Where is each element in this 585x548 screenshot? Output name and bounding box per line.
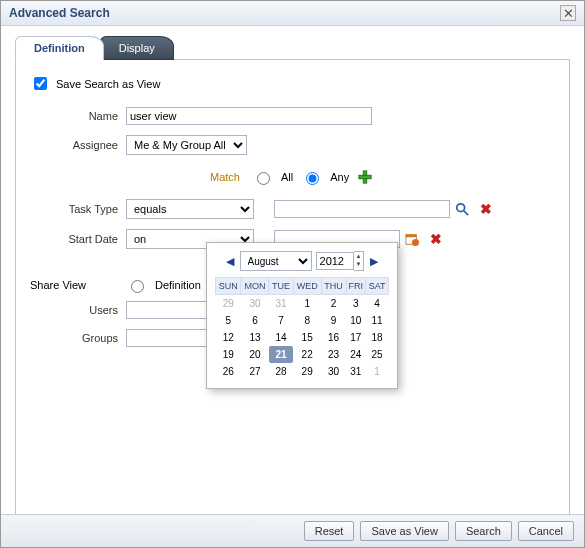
calendar-day-cell[interactable]: 9 bbox=[321, 312, 346, 329]
calendar-day-cell[interactable]: 31 bbox=[346, 363, 366, 380]
calendar-dow-cell: THU bbox=[321, 278, 346, 295]
calendar-day-cell[interactable]: 27 bbox=[241, 363, 269, 380]
share-definition-radio[interactable] bbox=[131, 280, 144, 293]
calendar-day-cell[interactable]: 29 bbox=[216, 295, 241, 313]
calendar-day-cell[interactable]: 30 bbox=[241, 295, 269, 313]
next-month-button[interactable]: ▶ bbox=[368, 255, 380, 267]
calendar-day-cell[interactable]: 21 bbox=[269, 346, 293, 363]
dialog-title: Advanced Search bbox=[9, 6, 110, 20]
calendar-day-cell[interactable]: 8 bbox=[293, 312, 321, 329]
month-select[interactable]: August bbox=[240, 251, 312, 271]
share-definition-label: Definition bbox=[155, 279, 201, 291]
task-type-value-input[interactable] bbox=[274, 200, 450, 218]
calendar-day-cell[interactable]: 19 bbox=[216, 346, 241, 363]
date-picker-popup: ◀ August ▲ ▼ ▶ SUNMONTUEWEDTHUFRISAT 293… bbox=[206, 242, 398, 389]
match-any-radio[interactable] bbox=[306, 172, 319, 185]
calendar-day-cell[interactable]: 29 bbox=[293, 363, 321, 380]
name-input[interactable] bbox=[126, 107, 372, 125]
svg-point-2 bbox=[457, 204, 465, 212]
task-type-lookup-button[interactable] bbox=[454, 201, 470, 217]
calendar-day-cell[interactable]: 17 bbox=[346, 329, 366, 346]
groups-label: Groups bbox=[30, 332, 118, 344]
calendar-dow-cell: SAT bbox=[366, 278, 389, 295]
tab-definition[interactable]: Definition bbox=[15, 36, 104, 60]
reset-button[interactable]: Reset bbox=[304, 521, 355, 541]
calendar-day-cell[interactable]: 23 bbox=[321, 346, 346, 363]
calendar-day-cell[interactable]: 18 bbox=[366, 329, 389, 346]
match-all-label: All bbox=[281, 171, 293, 183]
close-button[interactable]: ✕ bbox=[560, 5, 576, 21]
calendar-day-cell[interactable]: 5 bbox=[216, 312, 241, 329]
definition-panel: Save Search as View Name Assignee Me & M… bbox=[15, 59, 570, 515]
search-button[interactable]: Search bbox=[455, 521, 512, 541]
tab-strip: Definition Display bbox=[1, 26, 584, 60]
calendar-day-cell[interactable]: 22 bbox=[293, 346, 321, 363]
chevron-left-icon: ◀ bbox=[226, 255, 234, 268]
match-all-radio[interactable] bbox=[257, 172, 270, 185]
calendar-dow-cell: MON bbox=[241, 278, 269, 295]
calendar-day-cell[interactable]: 4 bbox=[366, 295, 389, 313]
criterion-field-label: Task Type bbox=[30, 203, 118, 215]
calendar-day-cell[interactable]: 11 bbox=[366, 312, 389, 329]
calendar-week-row: 2627282930311 bbox=[216, 363, 389, 380]
spinner-down-icon: ▼ bbox=[354, 260, 364, 268]
prev-month-button[interactable]: ◀ bbox=[224, 255, 236, 267]
calendar-day-cell[interactable]: 14 bbox=[269, 329, 293, 346]
calendar-day-cell[interactable]: 13 bbox=[241, 329, 269, 346]
calendar-day-cell[interactable]: 31 bbox=[269, 295, 293, 313]
calendar-day-cell[interactable]: 28 bbox=[269, 363, 293, 380]
users-label: Users bbox=[30, 304, 118, 316]
tab-display[interactable]: Display bbox=[100, 36, 174, 60]
year-input[interactable] bbox=[316, 252, 354, 270]
calendar-day-cell[interactable]: 1 bbox=[293, 295, 321, 313]
task-type-operator-select[interactable]: equals bbox=[126, 199, 254, 219]
calendar-week-row: 2930311234 bbox=[216, 295, 389, 313]
spinner-up-icon: ▲ bbox=[354, 252, 364, 260]
calendar-day-cell[interactable]: 24 bbox=[346, 346, 366, 363]
assignee-select[interactable]: Me & My Group All bbox=[126, 135, 247, 155]
start-date-remove-button[interactable]: ✖ bbox=[428, 231, 444, 247]
calendar-day-cell[interactable]: 25 bbox=[366, 346, 389, 363]
dialog-footer: Reset Save as View Search Cancel bbox=[1, 514, 584, 547]
calendar-dow-cell: WED bbox=[293, 278, 321, 295]
calendar-day-cell[interactable]: 15 bbox=[293, 329, 321, 346]
svg-point-6 bbox=[412, 239, 419, 246]
calendar-day-cell[interactable]: 10 bbox=[346, 312, 366, 329]
magnifier-icon bbox=[455, 202, 469, 216]
calendar-week-row: 19202122232425 bbox=[216, 346, 389, 363]
calendar-day-cell[interactable]: 1 bbox=[366, 363, 389, 380]
calendar-day-cell[interactable]: 20 bbox=[241, 346, 269, 363]
start-date-calendar-button[interactable] bbox=[404, 231, 420, 247]
calendar-dow-cell: TUE bbox=[269, 278, 293, 295]
plus-icon bbox=[358, 170, 372, 184]
year-spinner[interactable]: ▲ ▼ bbox=[354, 251, 365, 271]
title-bar: Advanced Search ✕ bbox=[1, 1, 584, 26]
match-label: Match bbox=[210, 171, 240, 183]
save-as-view-button[interactable]: Save as View bbox=[360, 521, 448, 541]
match-any-label: Any bbox=[330, 171, 349, 183]
cancel-button[interactable]: Cancel bbox=[518, 521, 574, 541]
calendar-week-row: 12131415161718 bbox=[216, 329, 389, 346]
task-type-remove-button[interactable]: ✖ bbox=[478, 201, 494, 217]
calendar-day-cell[interactable]: 3 bbox=[346, 295, 366, 313]
save-as-view-checkbox[interactable] bbox=[34, 77, 47, 90]
calendar-day-cell[interactable]: 30 bbox=[321, 363, 346, 380]
calendar-day-cell[interactable]: 12 bbox=[216, 329, 241, 346]
calendar-day-cell[interactable]: 6 bbox=[241, 312, 269, 329]
assignee-label: Assignee bbox=[30, 139, 118, 151]
calendar-day-cell[interactable]: 2 bbox=[321, 295, 346, 313]
svg-line-3 bbox=[464, 211, 468, 215]
calendar-day-cell[interactable]: 26 bbox=[216, 363, 241, 380]
calendar-icon bbox=[405, 232, 419, 246]
calendar-dow-cell: FRI bbox=[346, 278, 366, 295]
calendar-day-cell[interactable]: 7 bbox=[269, 312, 293, 329]
share-view-label: Share View bbox=[30, 279, 118, 291]
svg-rect-1 bbox=[359, 175, 371, 179]
svg-rect-5 bbox=[406, 235, 417, 238]
criterion-field-label: Start Date bbox=[30, 233, 118, 245]
chevron-right-icon: ▶ bbox=[370, 255, 378, 268]
calendar-day-cell[interactable]: 16 bbox=[321, 329, 346, 346]
calendar-dow-row: SUNMONTUEWEDTHUFRISAT bbox=[216, 278, 389, 295]
calendar-grid: SUNMONTUEWEDTHUFRISAT 293031123456789101… bbox=[215, 277, 389, 380]
add-criteria-button[interactable] bbox=[357, 169, 373, 185]
